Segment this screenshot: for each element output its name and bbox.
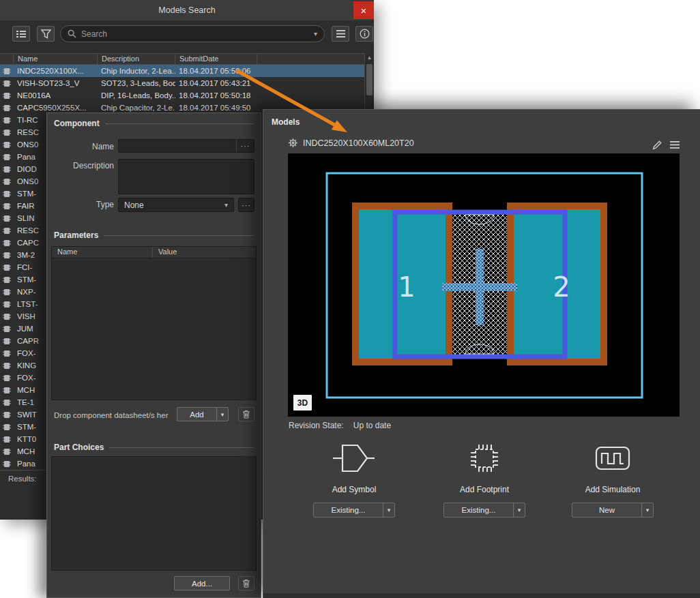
scroll-up-icon[interactable]: ▲ (365, 55, 374, 61)
component-section-header: Component (54, 119, 254, 128)
section-divider (109, 447, 254, 448)
param-name-column-header[interactable]: Name (52, 247, 153, 258)
chevron-down-icon[interactable]: ▾ (216, 408, 228, 421)
columns-button[interactable] (12, 26, 30, 42)
component-icon (0, 117, 14, 124)
add-datasheet-label[interactable]: Add (177, 408, 216, 421)
chevron-down-icon: ▾ (224, 201, 228, 209)
add-footprint-button[interactable]: Existing... ▾ (443, 503, 525, 518)
row-description: SOT23, 3-Leads, Bod... (98, 79, 175, 87)
row-name: VISH-SOT23-3_V (14, 79, 98, 87)
component-icon (0, 362, 14, 370)
part-choices-section-title: Part Choices (54, 443, 104, 452)
description-column-header[interactable]: Description (98, 54, 175, 64)
component-icon (0, 387, 14, 394)
part-choices-section-header: Part Choices (54, 443, 254, 452)
component-icon (0, 203, 14, 210)
add-simulation-button[interactable]: New ▾ (572, 503, 654, 518)
chevron-down-icon[interactable]: ▾ (513, 503, 525, 517)
add-symbol-button[interactable]: Existing... ▾ (313, 503, 395, 518)
delete-datasheet-button[interactable] (238, 407, 254, 421)
add-simulation-button-label[interactable]: New (572, 503, 641, 517)
search-toolbar: ▾ (0, 20, 374, 48)
name-ellipsis-button[interactable]: ··· (236, 140, 254, 152)
component-icon (0, 153, 14, 161)
type-dropdown[interactable]: None ▾ (118, 198, 234, 212)
param-value-column-header[interactable]: Value (153, 247, 256, 258)
chevron-down-icon[interactable]: ▾ (641, 503, 653, 517)
pad2-label: 2 (553, 271, 570, 303)
component-name-field[interactable]: ··· (118, 139, 254, 153)
revision-state-value: Up to date (353, 421, 391, 430)
search-text-field[interactable] (81, 29, 309, 39)
component-icon (0, 350, 14, 357)
row-description: Chip Inductor, 2-Lea... (98, 67, 175, 75)
desktop: Models Search × ▾ (0, 0, 700, 598)
component-icon (0, 411, 14, 419)
component-icon (0, 104, 14, 112)
footprint-preview[interactable]: 1 2 3D (288, 153, 680, 417)
component-icon (0, 276, 14, 284)
component-icon (0, 325, 14, 333)
parameters-table: Name Value (51, 246, 257, 400)
component-icon (0, 460, 14, 468)
delete-part-choice-button[interactable] (238, 576, 254, 590)
search-results: INDC2520X100X... Chip Inductor, 2-Lea...… (0, 65, 364, 114)
gear-icon (288, 138, 298, 148)
type-ellipsis-button[interactable]: ··· (238, 198, 254, 212)
chevron-down-icon[interactable]: ▾ (314, 30, 317, 38)
type-label: Type (51, 200, 114, 209)
models-panel-title: Models (272, 117, 300, 127)
add-footprint-button-label[interactable]: Existing... (444, 503, 513, 517)
pad1-label: 1 (398, 271, 415, 303)
row-date: 18.04.2017 05:49:50 (175, 104, 257, 112)
info-button[interactable] (355, 26, 373, 42)
table-row[interactable]: VISH-SOT23-3_V SOT23, 3-Leads, Bod... 18… (0, 77, 364, 89)
component-icon (0, 178, 14, 185)
description-input[interactable] (118, 159, 254, 194)
section-divider (104, 235, 254, 236)
add-symbol-button-label[interactable]: Existing... (314, 503, 383, 517)
footprint-icon (423, 441, 546, 475)
filter-icon (41, 29, 51, 39)
add-simulation-action: Add Simulation New ▾ (551, 441, 674, 518)
search-icon (68, 29, 76, 38)
datasheet-drop-hint: Drop component datasheet/s her (54, 411, 169, 419)
row-date: 18.04.2017 05:50:18 (175, 91, 257, 100)
component-section-title: Component (54, 119, 100, 128)
part-choices-list[interactable] (51, 456, 257, 571)
submitdate-column-header[interactable]: SubmitDate (175, 54, 257, 64)
component-icon (0, 166, 14, 173)
parameters-table-body[interactable] (52, 258, 256, 400)
view-3d-button[interactable]: 3D (293, 395, 312, 410)
description-label: Description (51, 161, 114, 170)
add-footprint-action: Add Footprint Existing... ▾ (423, 441, 546, 518)
table-row[interactable]: INDC2520X100X... Chip Inductor, 2-Lea...… (0, 65, 364, 77)
list-view-button[interactable] (332, 26, 349, 42)
icon-column-header[interactable] (0, 54, 14, 64)
filter-button[interactable] (37, 26, 55, 42)
add-datasheet-button[interactable]: Add ▾ (177, 407, 229, 421)
name-column-header[interactable]: Name (14, 54, 98, 64)
table-row[interactable]: NE0016A DIP, 16-Leads, Body... 18.04.201… (0, 89, 364, 102)
row-name: NE0016A (14, 91, 98, 100)
chevron-down-icon[interactable]: ▾ (383, 503, 394, 517)
component-icon (0, 190, 14, 198)
empty-column-header (257, 54, 364, 64)
scrollbar-thumb[interactable] (366, 64, 373, 95)
search-input[interactable]: ▾ (60, 25, 325, 42)
component-icon (0, 252, 14, 259)
component-icon (0, 423, 14, 431)
name-input[interactable] (119, 141, 236, 151)
component-icon (0, 399, 14, 406)
table-header: Name Description SubmitDate (0, 53, 364, 65)
row-date: 18.04.2017 05:50:06 (175, 67, 257, 75)
row-description: DIP, 16-Leads, Body... (98, 91, 175, 100)
component-icon (0, 448, 14, 455)
close-button[interactable]: × (353, 1, 374, 19)
menu-button[interactable] (667, 137, 682, 152)
titlebar[interactable]: Models Search × (0, 0, 374, 20)
add-part-choice-button[interactable]: Add... (174, 576, 230, 590)
component-icon (0, 92, 14, 100)
edit-model-button[interactable] (650, 137, 665, 152)
